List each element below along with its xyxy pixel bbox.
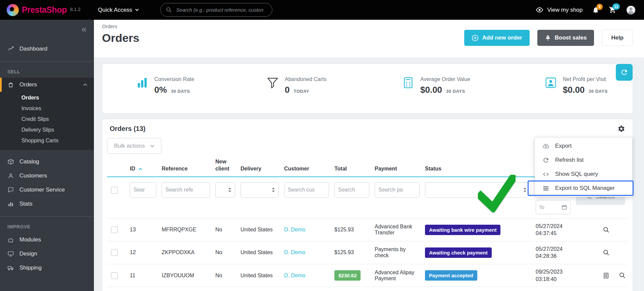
- global-search[interactable]: [160, 3, 272, 17]
- submenu-item-shopping-carts[interactable]: Shopping Carts: [0, 135, 94, 146]
- table-settings-button[interactable]: [618, 125, 625, 133]
- menu-item-export-to-sql-manager[interactable]: Export to SQL Manager: [535, 181, 632, 195]
- global-search-input[interactable]: [175, 7, 267, 13]
- box-icon: [7, 158, 14, 165]
- sidebar-item-modules[interactable]: Modules: [0, 233, 94, 247]
- column-header-status[interactable]: Status: [422, 155, 533, 177]
- cell-delivery: United States: [238, 241, 281, 264]
- date-to-placeholder: To: [539, 204, 544, 210]
- sidebar-label-dashboard: Dashboard: [19, 46, 47, 52]
- filter-total-input[interactable]: [334, 182, 369, 198]
- notifications-button[interactable]: 9: [592, 6, 599, 14]
- add-new-order-label: Add new order: [482, 34, 522, 41]
- orders-count-badge: 11: [612, 3, 620, 10]
- chat-icon: [7, 187, 14, 193]
- page-header: Orders Orders Add new order Boost sales …: [94, 20, 644, 58]
- cell-delivery: United States: [238, 218, 281, 241]
- date-value: 09/25/2023: [536, 268, 571, 276]
- column-header-total[interactable]: Total: [332, 155, 372, 177]
- row-checkbox[interactable]: [111, 226, 118, 233]
- sidebar-item-customer-service[interactable]: Customer Service: [0, 183, 94, 197]
- filter-delivery-select[interactable]: [240, 182, 279, 198]
- kpi-period: TODAY: [293, 89, 309, 94]
- boost-sales-button[interactable]: Boost sales: [537, 30, 594, 46]
- submenu-item-invoices[interactable]: Invoices: [0, 103, 94, 114]
- page-title: Orders: [102, 30, 140, 45]
- sidebar-item-customers[interactable]: Customers: [0, 169, 94, 183]
- order-row[interactable]: 11 IZBYOUUOM No United States D. Demo $2…: [107, 264, 628, 287]
- column-header-reference[interactable]: Reference: [159, 155, 213, 177]
- cell-date: 09/25/2023 03:18:40: [533, 264, 573, 287]
- kpi-average-order-value: Average Order Value $0.00 30 DAYS: [402, 76, 470, 95]
- account-menu[interactable]: [626, 5, 636, 15]
- submenu-item-delivery-slips[interactable]: Delivery Slips: [0, 125, 94, 135]
- sidebar-item-dashboard[interactable]: Dashboard: [0, 42, 94, 56]
- sidebar-collapse-button[interactable]: «: [81, 24, 87, 34]
- divider: [0, 61, 94, 62]
- sidebar-item-shipping[interactable]: Shipping: [0, 261, 94, 275]
- code-icon: [542, 171, 549, 178]
- kpi-conversion-rate: Conversion Rate 0% 30 DAYS: [136, 76, 194, 95]
- customer-link[interactable]: D. Demo: [284, 273, 305, 278]
- puzzle-icon: [7, 236, 14, 243]
- order-row[interactable]: 13 MFRRQPXGE No United States D. Demo $1…: [107, 218, 628, 241]
- orders-submenu: Orders Invoices Credit Slips Delivery Sl…: [0, 92, 94, 150]
- help-button[interactable]: Help: [602, 30, 633, 46]
- magnifier-icon: [603, 226, 610, 233]
- column-label: Total: [334, 166, 347, 171]
- cell-reference: MFRRQPXGE: [159, 218, 213, 241]
- refresh-kpi-button[interactable]: [616, 64, 633, 81]
- submenu-item-orders[interactable]: Orders: [0, 92, 94, 103]
- filter-id-input[interactable]: [130, 182, 156, 198]
- list-icon: [542, 185, 549, 192]
- quick-access-menu[interactable]: Quick Access: [96, 6, 141, 14]
- customer-link[interactable]: D. Demo: [284, 249, 305, 255]
- sidebar-item-catalog[interactable]: Catalog: [0, 155, 94, 169]
- filter-payment-input[interactable]: [375, 182, 420, 198]
- filter-status-select[interactable]: [425, 182, 530, 198]
- view-order-button[interactable]: [603, 249, 610, 256]
- status-badge: Awaiting bank wire payment: [425, 225, 500, 235]
- row-checkbox[interactable]: [111, 272, 118, 279]
- row-checkbox[interactable]: [111, 249, 118, 256]
- submenu-item-credit-slips[interactable]: Credit Slips: [0, 114, 94, 125]
- menu-item-export[interactable]: Export: [535, 139, 632, 153]
- sidebar-item-design[interactable]: Design: [0, 247, 94, 261]
- plus-circle-icon: [472, 34, 479, 42]
- order-row[interactable]: 12 ZKPPODXKA No United States D. Demo $1…: [107, 241, 628, 264]
- menu-item-show-sql-query[interactable]: Show SQL query: [535, 167, 632, 181]
- view-order-button[interactable]: [619, 272, 626, 279]
- filter-customer-input[interactable]: [284, 182, 329, 198]
- filter-reference-input[interactable]: [162, 182, 210, 198]
- cell-id: 12: [127, 241, 159, 264]
- kpi-label: Average Order Value: [420, 76, 470, 82]
- bulk-actions-button[interactable]: Bulk actions: [107, 138, 161, 154]
- view-order-button[interactable]: [603, 226, 610, 233]
- sidebar-item-stats[interactable]: Stats: [0, 197, 94, 211]
- column-header-payment[interactable]: Payment: [372, 155, 422, 177]
- sidebar-item-orders[interactable]: Orders: [0, 78, 94, 92]
- view-my-shop-link[interactable]: View my shop: [536, 6, 583, 14]
- column-header-delivery[interactable]: Delivery: [238, 155, 281, 177]
- date-value: 05/27/2024: [536, 223, 571, 230]
- time-value: 04:28:36: [536, 252, 571, 260]
- menu-item-refresh-list[interactable]: Refresh list: [535, 153, 632, 167]
- person-icon: [7, 172, 14, 179]
- kpi-net-profit-per-visit: Net Profit per Visit $0.00 30 DAYS: [544, 76, 608, 95]
- invoice-button[interactable]: [603, 272, 609, 279]
- prestashop-logo[interactable]: PrestaShop 8.1.2: [0, 4, 80, 16]
- kpi-label: Net Profit per Visit: [563, 76, 608, 82]
- column-label: ID: [130, 166, 135, 171]
- select-all-checkbox[interactable]: [111, 187, 118, 194]
- monitor-icon: [7, 250, 14, 257]
- column-header-id[interactable]: ID: [127, 155, 159, 177]
- version-label: 8.1.2: [70, 7, 80, 12]
- funnel-icon: [266, 76, 279, 89]
- recent-orders-button[interactable]: 11: [609, 6, 616, 14]
- column-header-new-client[interactable]: New client: [213, 155, 238, 177]
- customer-link[interactable]: D. Demo: [284, 227, 305, 232]
- add-new-order-button[interactable]: Add new order: [464, 30, 530, 46]
- filter-date-to-input[interactable]: To: [536, 200, 571, 214]
- filter-new-client-select[interactable]: [215, 182, 235, 198]
- column-header-customer[interactable]: Customer: [281, 155, 332, 177]
